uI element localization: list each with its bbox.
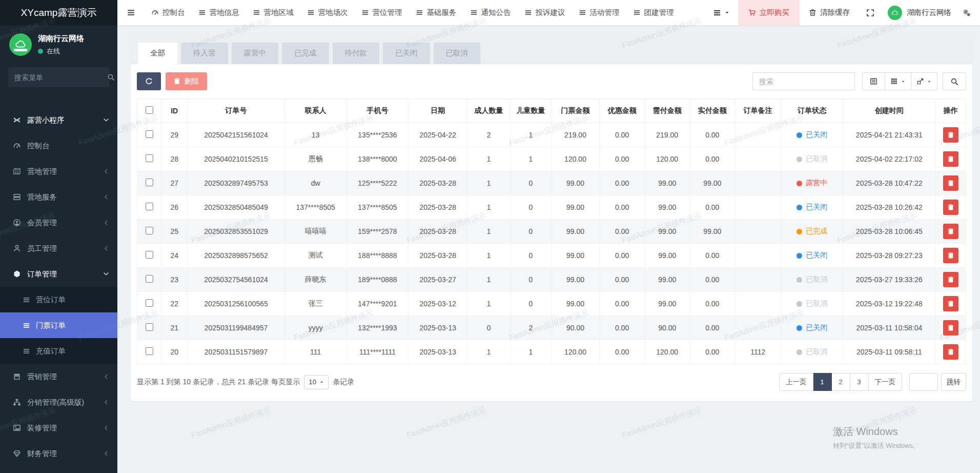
- topnav-item-camp-info[interactable]: 营地信息: [192, 0, 246, 25]
- tab-pending-checkin[interactable]: 待入营: [181, 43, 228, 64]
- row-delete-button[interactable]: [943, 151, 958, 167]
- column-header[interactable]: ID: [161, 99, 188, 123]
- column-header[interactable]: 操作: [935, 99, 966, 123]
- column-header[interactable]: 门票金额: [551, 99, 599, 123]
- columns-icon: [890, 77, 898, 85]
- column-header[interactable]: 实付金额: [690, 99, 735, 123]
- topnav-item-notice[interactable]: 通知公告: [463, 0, 518, 25]
- row-delete-button[interactable]: [943, 175, 958, 191]
- topnav-item-dashboard[interactable]: 控制台: [145, 0, 192, 25]
- column-header[interactable]: 联系人: [284, 99, 346, 123]
- sidebar-item-camp-manage[interactable]: 营地管理: [0, 159, 117, 184]
- page-button-2[interactable]: 2: [832, 373, 850, 391]
- sidebar-item-marketing-manage[interactable]: 营销管理: [0, 364, 117, 389]
- page-button-3[interactable]: 3: [850, 373, 869, 391]
- column-header[interactable]: 订单号: [188, 99, 284, 123]
- row-checkbox[interactable]: [146, 275, 153, 283]
- sidebar-toggle-button[interactable]: [117, 0, 145, 25]
- column-header[interactable]: 成人数量: [467, 99, 511, 123]
- delete-button[interactable]: 删除: [166, 72, 207, 90]
- page-jump-button[interactable]: 跳转: [941, 373, 966, 391]
- sidebar-item-config-center[interactable]: 配置中心: [0, 466, 117, 473]
- row-delete-button[interactable]: [943, 127, 958, 143]
- column-header[interactable]: 手机号: [346, 99, 409, 123]
- sidebar-item-ticket-orders[interactable]: 门票订单: [0, 312, 117, 338]
- sidebar-item-order-manage[interactable]: 订单管理: [0, 261, 117, 287]
- topnav-item-activity-manage[interactable]: 活动管理: [572, 0, 626, 25]
- sidebar-item-pitch-orders[interactable]: 营位订单: [0, 287, 117, 312]
- row-delete-button[interactable]: [943, 344, 958, 360]
- row-checkbox[interactable]: [146, 347, 153, 355]
- next-page-button[interactable]: 下一页: [869, 373, 903, 391]
- export-button[interactable]: [911, 72, 937, 90]
- row-checkbox[interactable]: [146, 323, 153, 331]
- topnav-item-basic-service[interactable]: 基础服务: [409, 0, 463, 25]
- app-logo[interactable]: XYcamp露营演示: [0, 0, 117, 25]
- column-header[interactable]: 日期: [409, 99, 467, 123]
- select-all-checkbox[interactable]: [146, 106, 153, 114]
- prev-page-button[interactable]: 上一页: [779, 373, 813, 391]
- advanced-search-button[interactable]: [943, 72, 966, 90]
- nav-more-dropdown[interactable]: [705, 0, 738, 25]
- settings-button[interactable]: [957, 0, 980, 25]
- cell-created: 2025-03-11 09:58:11: [843, 340, 935, 364]
- topnav-item-complaint[interactable]: 投诉建议: [518, 0, 572, 25]
- refresh-button[interactable]: [137, 72, 161, 90]
- row-delete-button[interactable]: [943, 200, 958, 215]
- page-button-1[interactable]: 1: [813, 373, 832, 391]
- column-header[interactable]: 创建时间: [843, 99, 935, 123]
- row-checkbox[interactable]: [146, 227, 153, 234]
- search-icon[interactable]: [107, 73, 115, 81]
- user-avatar[interactable]: [9, 33, 32, 56]
- sidebar-item-dashboard[interactable]: 控制台: [0, 133, 117, 159]
- topnav-item-pitch-manage[interactable]: 营位管理: [355, 0, 409, 25]
- column-header[interactable]: 儿童数量: [511, 99, 552, 123]
- topnav-item-teambuild-manage[interactable]: 团建管理: [626, 0, 681, 25]
- topnav-item-camp-session[interactable]: 营地场次: [300, 0, 355, 25]
- sidebar-item-distribution-manage[interactable]: 分销管理(高级版): [0, 389, 117, 415]
- column-header[interactable]: 订单状态: [781, 99, 843, 123]
- tab-cancelled[interactable]: 已取消: [434, 43, 481, 64]
- column-header[interactable]: 需付金额: [645, 99, 690, 123]
- clear-cache-button[interactable]: 清除缓存: [800, 0, 859, 25]
- page-jump-input[interactable]: [909, 373, 938, 391]
- tab-completed[interactable]: 已完成: [282, 43, 329, 64]
- row-checkbox[interactable]: [146, 179, 153, 186]
- user-panel: 湖南行云网络 在线: [0, 25, 117, 63]
- row-delete-button[interactable]: [943, 296, 958, 311]
- row-delete-button[interactable]: [943, 272, 958, 287]
- column-header[interactable]: 订单备注: [735, 99, 781, 123]
- sidebar-item-decoration-manage[interactable]: 装修管理: [0, 415, 117, 441]
- row-checkbox[interactable]: [146, 130, 153, 138]
- cell-paid: 0.00: [690, 292, 735, 316]
- buy-now-button[interactable]: 立即购买: [738, 0, 800, 25]
- table-search-input[interactable]: [752, 72, 855, 90]
- cell-children: 0: [511, 268, 552, 292]
- row-delete-button[interactable]: [943, 248, 958, 263]
- sidebar-item-miniprogram[interactable]: 露营小程序: [0, 107, 117, 133]
- detail-view-button[interactable]: [862, 72, 885, 90]
- page-size-select[interactable]: 10: [304, 375, 329, 389]
- chevron-down-icon: [103, 271, 109, 277]
- topbar-user-menu[interactable]: 湖南行云网络: [882, 0, 957, 25]
- topnav-item-camp-area[interactable]: 营地区域: [246, 0, 300, 25]
- menu-search-input[interactable]: [14, 73, 107, 82]
- sidebar-item-camp-service[interactable]: 营地服务: [0, 184, 117, 210]
- sidebar-item-member-manage[interactable]: 会员管理: [0, 210, 117, 235]
- columns-button[interactable]: [885, 72, 911, 90]
- row-checkbox[interactable]: [146, 299, 153, 307]
- fullscreen-button[interactable]: [859, 0, 882, 25]
- row-checkbox[interactable]: [146, 154, 153, 162]
- sidebar-item-finance-manage[interactable]: 财务管理: [0, 441, 117, 466]
- tab-all[interactable]: 全部: [138, 43, 177, 64]
- tab-closed[interactable]: 已关闭: [383, 43, 430, 64]
- row-delete-button[interactable]: [943, 224, 958, 239]
- row-checkbox[interactable]: [146, 251, 153, 259]
- row-delete-button[interactable]: [943, 320, 958, 336]
- sidebar-item-recharge-orders[interactable]: 充值订单: [0, 338, 117, 364]
- sidebar-item-staff-manage[interactable]: 员工管理: [0, 235, 117, 261]
- row-checkbox[interactable]: [146, 203, 153, 210]
- column-header[interactable]: 优惠金额: [600, 99, 645, 123]
- tab-pending-payment[interactable]: 待付款: [333, 43, 380, 64]
- tab-camping[interactable]: 露营中: [232, 43, 279, 64]
